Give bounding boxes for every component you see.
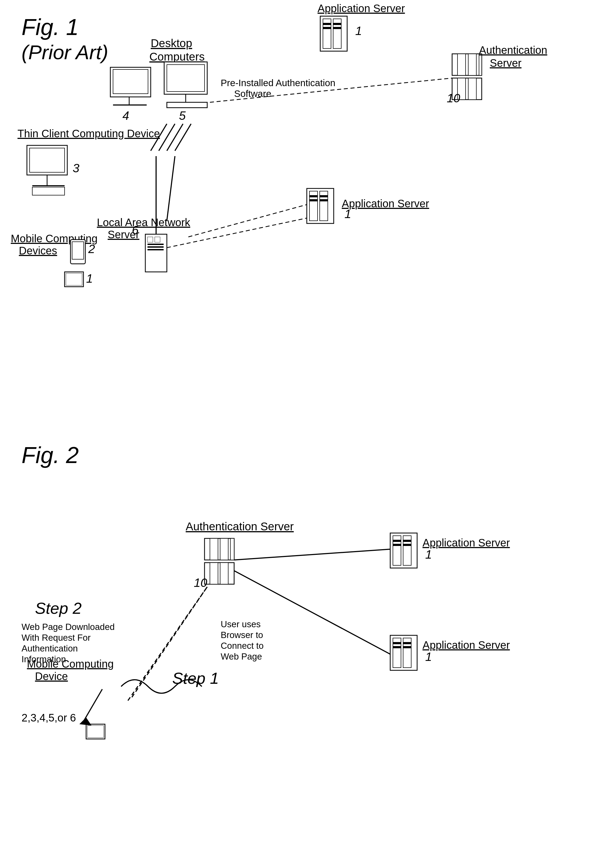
fig1-title: Fig. 1 [21,14,79,40]
fig2-auth-server: Authentication Server 10 [186,520,294,590]
num-3: 3 [73,161,79,175]
fig2-app-bottom-label: Application Server [422,639,510,651]
svg-rect-40 [320,199,328,201]
app-server-top: Application Server 1 [318,2,405,51]
num-2: 2 [88,242,95,256]
svg-rect-53 [205,538,234,560]
auth-server-label2: Server [490,57,521,69]
svg-rect-58 [210,562,218,584]
svg-rect-56 [230,538,234,560]
num-6: 6 [132,223,139,237]
arrow-down [79,717,92,726]
svg-rect-57 [205,562,234,584]
fig2-app-server-top: Application Server 1 [390,533,510,568]
svg-line-80 [83,689,102,722]
svg-rect-4 [323,27,331,29]
svg-rect-71 [393,646,401,648]
web-page-text1: Web Page Downloaded [21,622,115,632]
svg-rect-55 [220,538,228,560]
svg-rect-26 [32,187,64,195]
svg-rect-38 [309,199,318,201]
svg-line-33 [188,205,307,237]
desktop-5: 5 [164,62,207,123]
svg-rect-50 [66,273,82,285]
auth-server-num: 10 [447,91,460,105]
auth-server: Authentication Server 10 [447,44,547,105]
desktop-4: 4 [110,67,151,123]
svg-rect-63 [393,540,401,542]
lan-label1: Local Area Network [97,216,191,228]
svg-rect-64 [393,544,401,546]
fig2-title: Fig. 2 [21,442,79,468]
svg-rect-77 [87,726,104,738]
svg-rect-3 [323,23,331,25]
mobile-label2: Devices [19,245,57,257]
svg-rect-10 [479,54,482,75]
user-uses-text3: Connect to [221,641,264,651]
svg-rect-66 [403,544,411,546]
fig2-auth-label: Authentication Server [186,520,294,533]
svg-rect-9 [468,54,476,75]
pre-installed-label: Pre-Installed Authentication [221,78,335,88]
app-server-right: Application Server 1 [307,188,429,224]
lan-server-6: 6 [132,223,167,272]
step2-label: Step 2 [35,599,81,617]
svg-rect-7 [452,54,482,75]
svg-line-28 [159,124,175,151]
svg-rect-42 [147,237,153,242]
thin-client-label: Thin Client Computing Device [17,127,160,139]
svg-rect-54 [210,538,218,560]
num-1-bottom: 1 [86,272,93,285]
svg-line-74 [234,549,390,560]
svg-rect-59 [220,562,228,584]
app-server-top-num: 1 [355,24,362,38]
svg-rect-70 [393,642,401,644]
svg-rect-13 [468,78,476,100]
user-uses-text4: Web Page [221,651,262,662]
small-device-1: 1 [64,272,93,287]
app-server-top-label: Application Server [318,2,405,14]
fig2-small-device [86,724,105,739]
svg-rect-65 [403,540,411,542]
num-5: 5 [179,109,186,123]
fig2-device-nums: 2,3,4,5,or 6 [21,712,76,724]
fig2-app-top-label: Application Server [422,537,510,549]
app-server-right-label: Application Server [342,198,429,210]
svg-line-30 [175,124,191,151]
user-uses-text2: Browser to [221,630,263,640]
svg-rect-19 [167,64,205,92]
svg-rect-5 [333,23,341,25]
desktop-label1: Desktop [151,37,192,49]
mobile-2: 2 [70,240,95,264]
svg-rect-15 [113,69,148,94]
web-page-text2: With Request For [21,633,91,643]
svg-rect-8 [457,54,466,75]
desktop-label2: Computers [149,51,205,63]
software-label: Software [234,88,271,99]
user-uses-text1: User uses [221,619,261,629]
svg-rect-21 [167,102,207,108]
svg-line-29 [167,124,183,151]
svg-rect-72 [403,642,411,644]
svg-line-32 [167,156,175,221]
app-server-right-num: 1 [344,207,351,221]
svg-rect-23 [30,148,64,172]
thin-client-3: 3 [27,146,79,195]
fig1-subtitle: (Prior Art) [21,41,108,64]
num-4: 4 [122,109,129,123]
svg-rect-73 [403,646,411,648]
web-page-text3: Authentication [21,644,78,653]
step1-label: Step 1 [172,669,219,687]
web-page-text4: Information [21,654,66,664]
svg-rect-48 [72,242,84,259]
fig2-mobile-label2: Device [35,670,68,682]
fig2-app-top-num: 1 [425,547,432,561]
svg-rect-44 [147,244,164,245]
auth-server-label1: Authentication [479,44,547,56]
fig2-app-server-bottom: Application Server 1 [390,635,510,670]
svg-rect-39 [320,195,328,197]
svg-rect-37 [309,195,318,197]
fig2-app-bottom-num: 1 [425,650,432,663]
svg-rect-43 [155,237,160,242]
svg-rect-46 [147,249,164,250]
